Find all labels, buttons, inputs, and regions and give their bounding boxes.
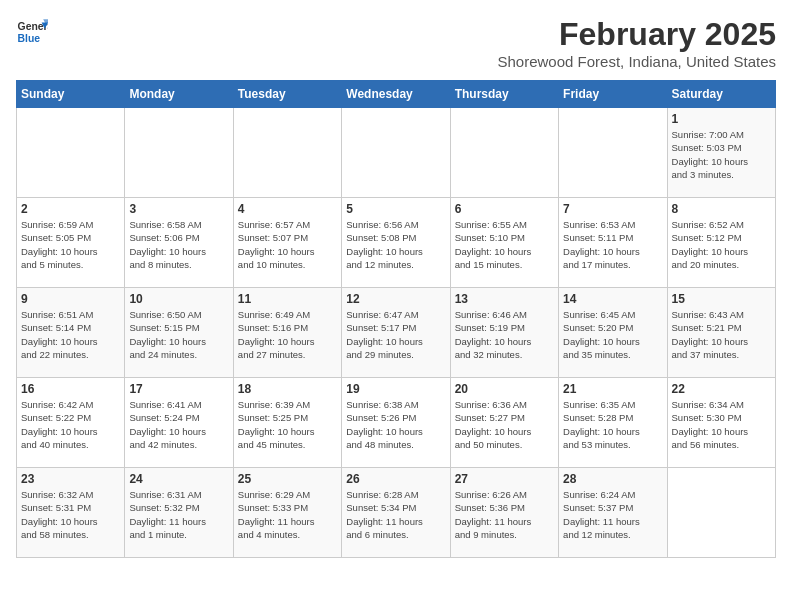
calendar-cell <box>342 108 450 198</box>
day-number: 21 <box>563 382 662 396</box>
day-number: 24 <box>129 472 228 486</box>
day-info: Sunrise: 6:58 AM Sunset: 5:06 PM Dayligh… <box>129 218 228 271</box>
calendar-cell: 28Sunrise: 6:24 AM Sunset: 5:37 PM Dayli… <box>559 468 667 558</box>
header-day-wednesday: Wednesday <box>342 81 450 108</box>
day-number: 17 <box>129 382 228 396</box>
day-number: 1 <box>672 112 771 126</box>
calendar-title: February 2025 <box>498 16 777 53</box>
day-number: 8 <box>672 202 771 216</box>
calendar-cell: 19Sunrise: 6:38 AM Sunset: 5:26 PM Dayli… <box>342 378 450 468</box>
calendar-cell: 24Sunrise: 6:31 AM Sunset: 5:32 PM Dayli… <box>125 468 233 558</box>
calendar-cell: 12Sunrise: 6:47 AM Sunset: 5:17 PM Dayli… <box>342 288 450 378</box>
day-number: 20 <box>455 382 554 396</box>
calendar-cell <box>125 108 233 198</box>
calendar-cell: 2Sunrise: 6:59 AM Sunset: 5:05 PM Daylig… <box>17 198 125 288</box>
day-number: 11 <box>238 292 337 306</box>
calendar-cell: 5Sunrise: 6:56 AM Sunset: 5:08 PM Daylig… <box>342 198 450 288</box>
day-info: Sunrise: 6:50 AM Sunset: 5:15 PM Dayligh… <box>129 308 228 361</box>
day-info: Sunrise: 6:31 AM Sunset: 5:32 PM Dayligh… <box>129 488 228 541</box>
day-number: 18 <box>238 382 337 396</box>
day-info: Sunrise: 6:43 AM Sunset: 5:21 PM Dayligh… <box>672 308 771 361</box>
day-info: Sunrise: 6:52 AM Sunset: 5:12 PM Dayligh… <box>672 218 771 271</box>
day-info: Sunrise: 6:45 AM Sunset: 5:20 PM Dayligh… <box>563 308 662 361</box>
logo: General Blue <box>16 16 48 48</box>
day-number: 23 <box>21 472 120 486</box>
header: General Blue February 2025 Shorewood For… <box>16 16 776 70</box>
calendar-cell <box>667 468 775 558</box>
calendar-cell: 22Sunrise: 6:34 AM Sunset: 5:30 PM Dayli… <box>667 378 775 468</box>
day-number: 15 <box>672 292 771 306</box>
title-area: February 2025 Shorewood Forest, Indiana,… <box>498 16 777 70</box>
calendar-cell: 8Sunrise: 6:52 AM Sunset: 5:12 PM Daylig… <box>667 198 775 288</box>
calendar-cell <box>450 108 558 198</box>
day-number: 5 <box>346 202 445 216</box>
day-info: Sunrise: 6:55 AM Sunset: 5:10 PM Dayligh… <box>455 218 554 271</box>
day-number: 28 <box>563 472 662 486</box>
day-info: Sunrise: 6:47 AM Sunset: 5:17 PM Dayligh… <box>346 308 445 361</box>
calendar-cell: 25Sunrise: 6:29 AM Sunset: 5:33 PM Dayli… <box>233 468 341 558</box>
week-row-5: 23Sunrise: 6:32 AM Sunset: 5:31 PM Dayli… <box>17 468 776 558</box>
day-number: 4 <box>238 202 337 216</box>
day-info: Sunrise: 6:56 AM Sunset: 5:08 PM Dayligh… <box>346 218 445 271</box>
calendar-cell: 10Sunrise: 6:50 AM Sunset: 5:15 PM Dayli… <box>125 288 233 378</box>
day-info: Sunrise: 6:24 AM Sunset: 5:37 PM Dayligh… <box>563 488 662 541</box>
day-number: 13 <box>455 292 554 306</box>
day-number: 25 <box>238 472 337 486</box>
day-info: Sunrise: 6:51 AM Sunset: 5:14 PM Dayligh… <box>21 308 120 361</box>
calendar-cell: 14Sunrise: 6:45 AM Sunset: 5:20 PM Dayli… <box>559 288 667 378</box>
calendar-cell: 6Sunrise: 6:55 AM Sunset: 5:10 PM Daylig… <box>450 198 558 288</box>
day-number: 26 <box>346 472 445 486</box>
calendar-cell: 9Sunrise: 6:51 AM Sunset: 5:14 PM Daylig… <box>17 288 125 378</box>
day-info: Sunrise: 6:42 AM Sunset: 5:22 PM Dayligh… <box>21 398 120 451</box>
calendar-cell <box>559 108 667 198</box>
day-info: Sunrise: 6:35 AM Sunset: 5:28 PM Dayligh… <box>563 398 662 451</box>
calendar-cell: 23Sunrise: 6:32 AM Sunset: 5:31 PM Dayli… <box>17 468 125 558</box>
calendar-cell: 26Sunrise: 6:28 AM Sunset: 5:34 PM Dayli… <box>342 468 450 558</box>
day-number: 16 <box>21 382 120 396</box>
calendar-table: SundayMondayTuesdayWednesdayThursdayFrid… <box>16 80 776 558</box>
calendar-cell: 1Sunrise: 7:00 AM Sunset: 5:03 PM Daylig… <box>667 108 775 198</box>
day-info: Sunrise: 6:39 AM Sunset: 5:25 PM Dayligh… <box>238 398 337 451</box>
day-number: 12 <box>346 292 445 306</box>
week-row-3: 9Sunrise: 6:51 AM Sunset: 5:14 PM Daylig… <box>17 288 776 378</box>
day-number: 22 <box>672 382 771 396</box>
calendar-subtitle: Shorewood Forest, Indiana, United States <box>498 53 777 70</box>
day-info: Sunrise: 6:46 AM Sunset: 5:19 PM Dayligh… <box>455 308 554 361</box>
day-info: Sunrise: 6:38 AM Sunset: 5:26 PM Dayligh… <box>346 398 445 451</box>
week-row-1: 1Sunrise: 7:00 AM Sunset: 5:03 PM Daylig… <box>17 108 776 198</box>
day-number: 6 <box>455 202 554 216</box>
day-info: Sunrise: 6:36 AM Sunset: 5:27 PM Dayligh… <box>455 398 554 451</box>
calendar-cell <box>17 108 125 198</box>
logo-icon: General Blue <box>16 16 48 48</box>
day-number: 10 <box>129 292 228 306</box>
calendar-cell <box>233 108 341 198</box>
week-row-4: 16Sunrise: 6:42 AM Sunset: 5:22 PM Dayli… <box>17 378 776 468</box>
header-day-tuesday: Tuesday <box>233 81 341 108</box>
day-info: Sunrise: 6:34 AM Sunset: 5:30 PM Dayligh… <box>672 398 771 451</box>
calendar-cell: 13Sunrise: 6:46 AM Sunset: 5:19 PM Dayli… <box>450 288 558 378</box>
day-number: 27 <box>455 472 554 486</box>
day-info: Sunrise: 6:57 AM Sunset: 5:07 PM Dayligh… <box>238 218 337 271</box>
header-day-thursday: Thursday <box>450 81 558 108</box>
day-number: 14 <box>563 292 662 306</box>
svg-text:Blue: Blue <box>18 33 41 44</box>
calendar-cell: 21Sunrise: 6:35 AM Sunset: 5:28 PM Dayli… <box>559 378 667 468</box>
day-info: Sunrise: 6:28 AM Sunset: 5:34 PM Dayligh… <box>346 488 445 541</box>
header-day-sunday: Sunday <box>17 81 125 108</box>
day-info: Sunrise: 6:59 AM Sunset: 5:05 PM Dayligh… <box>21 218 120 271</box>
day-number: 19 <box>346 382 445 396</box>
calendar-cell: 15Sunrise: 6:43 AM Sunset: 5:21 PM Dayli… <box>667 288 775 378</box>
day-info: Sunrise: 6:32 AM Sunset: 5:31 PM Dayligh… <box>21 488 120 541</box>
calendar-cell: 17Sunrise: 6:41 AM Sunset: 5:24 PM Dayli… <box>125 378 233 468</box>
calendar-cell: 7Sunrise: 6:53 AM Sunset: 5:11 PM Daylig… <box>559 198 667 288</box>
week-row-2: 2Sunrise: 6:59 AM Sunset: 5:05 PM Daylig… <box>17 198 776 288</box>
header-day-saturday: Saturday <box>667 81 775 108</box>
header-row: SundayMondayTuesdayWednesdayThursdayFrid… <box>17 81 776 108</box>
header-day-friday: Friday <box>559 81 667 108</box>
day-info: Sunrise: 7:00 AM Sunset: 5:03 PM Dayligh… <box>672 128 771 181</box>
day-info: Sunrise: 6:53 AM Sunset: 5:11 PM Dayligh… <box>563 218 662 271</box>
day-info: Sunrise: 6:26 AM Sunset: 5:36 PM Dayligh… <box>455 488 554 541</box>
calendar-cell: 27Sunrise: 6:26 AM Sunset: 5:36 PM Dayli… <box>450 468 558 558</box>
day-number: 9 <box>21 292 120 306</box>
day-number: 7 <box>563 202 662 216</box>
